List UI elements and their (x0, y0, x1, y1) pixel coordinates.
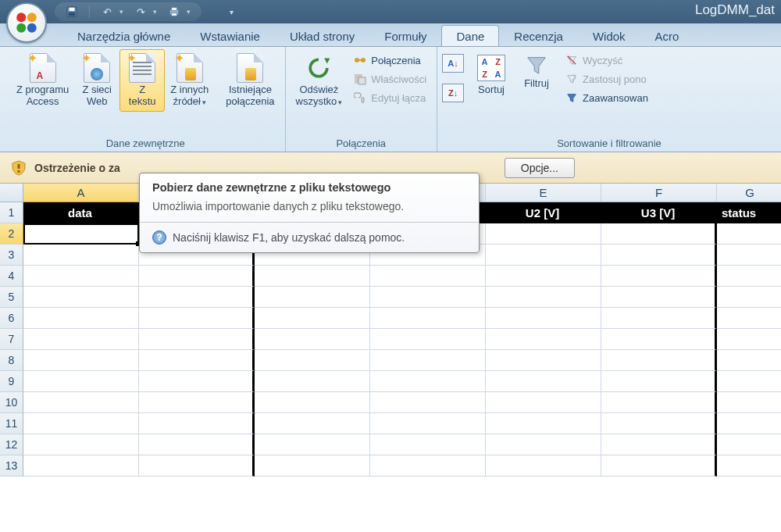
cell[interactable] (370, 371, 486, 392)
cell[interactable] (717, 245, 781, 266)
from-text-button[interactable]: ✦ Z tekstu (119, 49, 165, 112)
cell[interactable] (23, 223, 139, 245)
cell[interactable] (370, 287, 486, 308)
tab-home[interactable]: Narzędzia główne (62, 25, 185, 46)
cell[interactable] (370, 392, 486, 413)
header-cell[interactable]: U2 [V] (486, 202, 601, 223)
row-header[interactable]: 13 (0, 455, 23, 477)
cell[interactable] (139, 329, 255, 350)
header-cell[interactable]: U3 [V] (601, 202, 717, 223)
row-header[interactable]: 1 (0, 202, 23, 223)
tab-page-layout[interactable]: Układ strony (275, 25, 369, 46)
cell[interactable] (370, 329, 486, 350)
col-header[interactable]: A (23, 184, 139, 202)
cell[interactable] (486, 223, 601, 245)
cell[interactable] (486, 329, 601, 350)
cell[interactable] (23, 308, 139, 329)
cell[interactable] (255, 434, 370, 455)
cell[interactable] (370, 266, 486, 287)
cell[interactable] (717, 308, 781, 329)
cell[interactable] (370, 455, 486, 477)
cell[interactable] (23, 434, 139, 455)
from-web-button[interactable]: ✦ Z sieci Web (74, 49, 119, 112)
from-other-sources-button[interactable]: ✦ Z innych źródeł▾ (165, 49, 214, 112)
row-header[interactable]: 6 (0, 308, 23, 329)
cell[interactable] (486, 434, 601, 455)
cell[interactable] (255, 413, 370, 434)
sort-asc-button[interactable]: A↓ (442, 54, 464, 73)
cell[interactable] (717, 392, 781, 413)
filter-button[interactable]: Filtruj (514, 49, 559, 94)
cell[interactable] (23, 350, 139, 371)
cell[interactable] (486, 392, 601, 413)
tab-acrobat[interactable]: Acro (640, 25, 694, 46)
cell[interactable] (255, 287, 370, 308)
cell[interactable] (255, 308, 370, 329)
cell[interactable] (601, 392, 717, 413)
cell[interactable] (717, 350, 781, 371)
cell[interactable] (255, 350, 370, 371)
cell[interactable] (717, 287, 781, 308)
cell[interactable] (139, 266, 255, 287)
cell[interactable] (139, 392, 255, 413)
row-header[interactable]: 7 (0, 329, 23, 350)
cell[interactable] (255, 329, 370, 350)
cell[interactable] (486, 413, 601, 434)
cell[interactable] (717, 413, 781, 434)
cell[interactable] (255, 266, 370, 287)
qat-customize-icon[interactable]: ▾ (230, 8, 234, 16)
connections-button[interactable]: Połączenia (351, 52, 429, 68)
cell[interactable] (717, 434, 781, 455)
cell[interactable] (23, 245, 139, 266)
cell[interactable] (601, 434, 717, 455)
sort-button[interactable]: A Z Z A Sortuj (469, 49, 514, 100)
cell[interactable] (23, 413, 139, 434)
advanced-filter-button[interactable]: Zaawansowan (562, 90, 651, 105)
office-button[interactable] (6, 2, 47, 43)
tab-data[interactable]: Dane (441, 25, 499, 46)
tab-insert[interactable]: Wstawianie (185, 25, 275, 46)
tab-view[interactable]: Widok (578, 25, 640, 46)
cell[interactable] (601, 245, 717, 266)
col-header[interactable]: F (601, 184, 717, 202)
cell[interactable] (255, 392, 370, 413)
cell[interactable] (23, 392, 139, 413)
cell[interactable] (717, 371, 781, 392)
cell[interactable] (370, 308, 486, 329)
row-header[interactable]: 4 (0, 266, 23, 287)
select-all-corner[interactable] (0, 184, 23, 202)
header-cell[interactable]: data (23, 202, 139, 223)
options-button[interactable]: Opcje... (505, 158, 575, 178)
cell[interactable] (717, 266, 781, 287)
redo-dropdown-icon[interactable]: ▾ (153, 8, 157, 16)
cell[interactable] (255, 371, 370, 392)
from-access-button[interactable]: ✦A Z programu Access (11, 49, 74, 112)
row-header[interactable]: 8 (0, 350, 23, 371)
sort-desc-button[interactable]: Z↓ (442, 84, 464, 102)
cell[interactable] (370, 413, 486, 434)
cell[interactable] (255, 455, 370, 477)
row-header[interactable]: 5 (0, 287, 23, 308)
cell[interactable] (717, 329, 781, 350)
cell[interactable] (486, 350, 601, 371)
cell[interactable] (139, 350, 255, 371)
cell[interactable] (23, 329, 139, 350)
col-header[interactable]: E (486, 184, 601, 202)
existing-connections-button[interactable]: Istniejące połączenia (220, 49, 280, 112)
cell[interactable] (601, 329, 717, 350)
tab-formulas[interactable]: Formuły (369, 25, 441, 46)
cell[interactable] (601, 223, 717, 245)
row-header[interactable]: 10 (0, 392, 23, 413)
cell[interactable] (370, 350, 486, 371)
cell[interactable] (601, 287, 717, 308)
row-header[interactable]: 12 (0, 434, 23, 455)
cell[interactable] (23, 371, 139, 392)
cell[interactable] (23, 266, 139, 287)
tab-review[interactable]: Recenzja (499, 25, 578, 46)
cell[interactable] (23, 455, 139, 477)
cell[interactable] (139, 455, 255, 477)
cell[interactable] (717, 223, 781, 245)
row-header[interactable]: 11 (0, 413, 23, 434)
cell[interactable] (486, 245, 601, 266)
cell[interactable] (139, 287, 255, 308)
